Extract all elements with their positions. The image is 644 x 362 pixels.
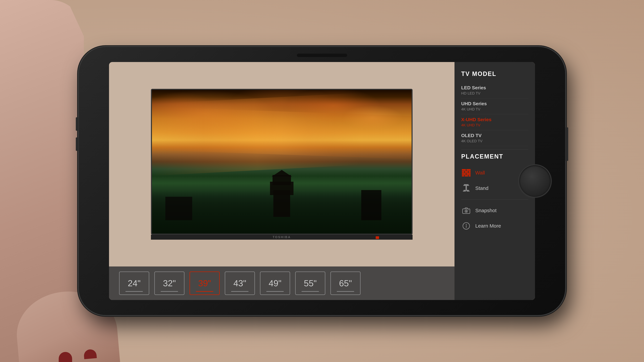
size-btn-43[interactable]: 43" (225, 272, 255, 295)
model-xuhd-name: X-UHD Series (461, 117, 528, 122)
home-button[interactable] (518, 164, 552, 198)
tv-model-section: TV MODEL LED Series HD LED TV UHD Series… (461, 70, 528, 146)
svg-point-19 (468, 210, 469, 210)
placement-wall[interactable]: Wall (461, 165, 528, 180)
svg-rect-3 (465, 171, 468, 173)
tv-mockup: TOSHIBA (151, 89, 412, 240)
tv-brand-logo: TOSHIBA (273, 236, 291, 239)
model-oled-sub: 4K OLED TV (461, 139, 528, 143)
tv-model-title: TV MODEL (461, 70, 528, 77)
size-btn-39[interactable]: 39" (190, 272, 220, 295)
castle-silhouette (263, 170, 300, 217)
volume-down-button[interactable] (76, 137, 78, 151)
model-uhd-name: UHD Series (461, 101, 528, 106)
wall-icon (461, 168, 471, 178)
cloud-layer-2 (152, 107, 412, 159)
app-screen: TOSHIBA 24" (109, 62, 535, 300)
svg-point-22 (466, 224, 467, 225)
model-oled[interactable]: OLED TV 4K OLED TV (461, 130, 528, 146)
size-selector-bar: 24" 32" 39" 43" 49" 55" (109, 267, 454, 300)
main-content-area: TOSHIBA 24" (109, 62, 454, 300)
size-btn-65[interactable]: 65" (330, 272, 360, 295)
side-building (361, 190, 381, 220)
size-btn-55[interactable]: 55" (295, 272, 325, 295)
power-button[interactable] (566, 127, 568, 161)
actions-section: Snapshot Learn More (461, 203, 528, 234)
section-divider (461, 149, 528, 150)
placement-title: PLACEMENT (461, 153, 528, 160)
screen-bezel: TOSHIBA 24" (109, 62, 535, 300)
size-btn-49[interactable]: 49" (260, 272, 290, 295)
svg-rect-5 (462, 173, 466, 175)
tv-bottom-bar: TOSHIBA (151, 235, 412, 240)
size-btn-32[interactable]: 32" (154, 272, 184, 295)
tv-display-area: TOSHIBA (109, 62, 454, 267)
phone-device: TOSHIBA 24" (79, 47, 565, 315)
model-xuhd-sub: 4K UHD TV (461, 123, 528, 127)
svg-rect-7 (462, 175, 464, 176)
svg-point-18 (466, 211, 467, 212)
stand-label: Stand (475, 185, 488, 191)
tv-screen (152, 90, 412, 234)
model-uhd-sub: 4K UHD TV (461, 107, 528, 111)
svg-rect-11 (463, 185, 469, 186)
stand-icon (461, 183, 471, 193)
tv-indicator-light (376, 236, 379, 239)
placement-section: PLACEMENT (461, 153, 528, 196)
snapshot-action[interactable]: Snapshot (461, 203, 528, 218)
svg-rect-0 (462, 169, 466, 171)
svg-rect-10 (464, 184, 468, 185)
svg-rect-12 (466, 186, 467, 190)
snapshot-label: Snapshot (475, 208, 496, 213)
svg-rect-2 (462, 171, 464, 173)
svg-rect-13 (464, 190, 469, 191)
svg-rect-1 (466, 169, 470, 171)
wall-label: Wall (475, 170, 485, 176)
info-icon (461, 221, 471, 231)
model-led-name: LED Series (461, 85, 528, 90)
volume-up-button[interactable] (76, 117, 78, 131)
svg-rect-4 (468, 171, 470, 173)
svg-rect-14 (463, 191, 466, 192)
svg-rect-6 (466, 173, 470, 175)
speaker-bar (297, 54, 347, 57)
learn-more-action[interactable]: Learn More (461, 218, 528, 234)
svg-rect-9 (468, 175, 470, 176)
model-uhd[interactable]: UHD Series 4K UHD TV (461, 98, 528, 114)
svg-rect-8 (465, 175, 468, 176)
svg-rect-15 (466, 191, 470, 192)
snapshot-icon (461, 205, 471, 216)
learn-more-label: Learn More (475, 223, 501, 229)
model-led[interactable]: LED Series HD LED TV (461, 82, 528, 98)
model-oled-name: OLED TV (461, 133, 528, 138)
tv-frame (151, 89, 412, 235)
side-building-left (165, 197, 192, 220)
model-xuhd[interactable]: X-UHD Series 4K UHD TV (461, 114, 528, 130)
model-led-sub: HD LED TV (461, 91, 528, 95)
size-btn-24[interactable]: 24" (119, 272, 149, 295)
